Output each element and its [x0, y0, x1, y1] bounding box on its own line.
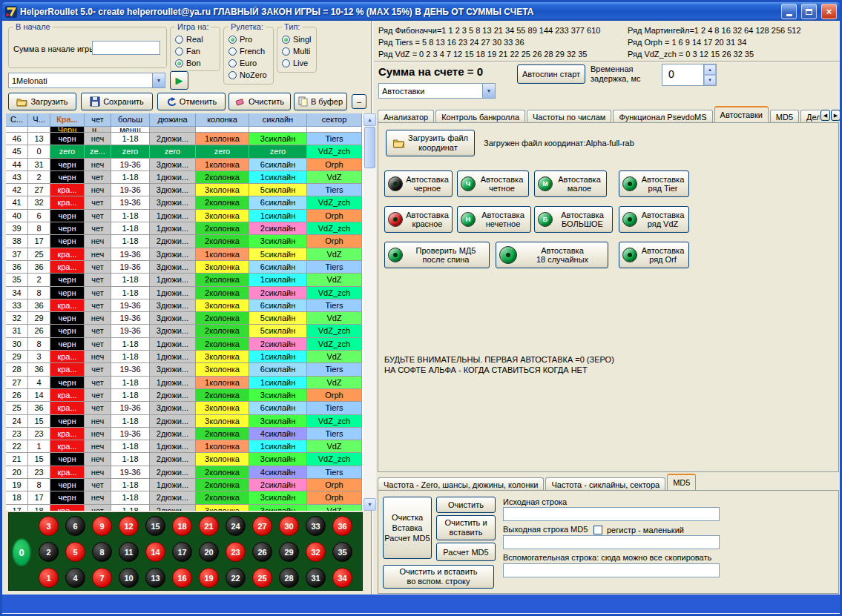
clear-paste-calc-button[interactable]: Очистка Вставка Расчет MD5	[383, 497, 432, 559]
table-row[interactable]: 398чернчет1-181дюжи...2колонка2сиклайнVd…	[6, 222, 364, 235]
table-row[interactable]: 4431черннеч19-363дюжи...1колонка6сиклайн…	[6, 159, 364, 171]
table-scrollbar[interactable]: ▲ ▼	[364, 113, 376, 511]
table-row[interactable]: Чернн...менш	[6, 127, 364, 133]
tab-autobets[interactable]: Автоставки	[714, 106, 769, 122]
table-row[interactable]: 2115черннеч1-182дюжи...3колонка3сиклайнV…	[6, 453, 364, 466]
table-row[interactable]: 2023кра...неч19-362дюжи...2колонка4сикла…	[6, 466, 364, 479]
table-row[interactable]: 3636кра...чет19-363дюжи...3колонка6сикла…	[6, 261, 364, 274]
start-sum-input[interactable]	[92, 41, 160, 55]
radio-french[interactable]: French	[228, 45, 267, 57]
radio-bon[interactable]: Bon	[175, 57, 203, 69]
table-row[interactable]: 221кра...неч1-181дюжи...1колонка1сиклайн…	[6, 440, 364, 453]
tab-md5-bottom[interactable]: MD5	[667, 474, 696, 490]
roulette-number-17[interactable]: 17	[172, 542, 192, 562]
chevron-down-icon[interactable]: ▼	[152, 73, 165, 87]
roulette-number-9[interactable]: 9	[92, 516, 112, 536]
delay-spinner[interactable]: 0 ▲ ▼	[662, 64, 717, 86]
table-row[interactable]: 406чернчет1-181дюжи...3колонка1сиклайнOr…	[6, 210, 364, 222]
tab-division[interactable]: Делени	[800, 110, 820, 122]
roulette-number-4[interactable]: 4	[65, 568, 85, 588]
roulette-number-8[interactable]: 8	[92, 542, 112, 562]
roulette-number-3[interactable]: 3	[39, 516, 59, 536]
table-row[interactable]: 198чернчет1-181дюжи...2колонка2сиклайнOr…	[6, 479, 364, 491]
load-coordinates-button[interactable]: Загрузить файл координат	[386, 130, 475, 156]
table-row[interactable]: 3817черннеч1-182дюжи...2колонка3сиклайнO…	[6, 235, 364, 248]
clear-paste-aux-button[interactable]: Очистить и вставить во вспом. строку	[383, 565, 494, 589]
table-row[interactable]: 352чернчет1-181дюжи...2колонка1сиклайнVd…	[6, 274, 364, 286]
autobet-row-vdz-button[interactable]: Автоставка ряд VdZ	[619, 206, 689, 233]
autospin-start-button[interactable]: Автоспин старт	[517, 64, 585, 84]
radio-euro[interactable]: Euro	[228, 57, 267, 69]
table-row[interactable]: 2614кра...чет1-182дюжи...2колонка3сиклай…	[6, 389, 364, 402]
roulette-number-18[interactable]: 18	[172, 516, 192, 536]
md5-clear-paste-button[interactable]: Очистить и вставить	[436, 515, 496, 540]
roulette-number-19[interactable]: 19	[199, 568, 219, 588]
roulette-number-1[interactable]: 1	[39, 568, 59, 588]
roulette-number-24[interactable]: 24	[226, 516, 246, 536]
minimize-button[interactable]	[781, 4, 797, 19]
roulette-number-12[interactable]: 12	[119, 516, 139, 536]
tab-number-frequencies[interactable]: Частоты по числам	[527, 110, 611, 122]
check-md5-after-spin-button[interactable]: Проверить МД5 после спина	[384, 242, 490, 268]
spin-down-icon[interactable]: ▼	[704, 75, 716, 85]
radio-multi[interactable]: Multi	[282, 45, 311, 57]
table-row[interactable]: 3126чернчет19-363дюжи...2колонка5сиклайн…	[6, 325, 364, 337]
autobet-big-button[interactable]: БАвтоставка БОЛЬШОЕ	[534, 206, 613, 233]
table-row[interactable]: 4613черннеч1-182дюжи...1колонка3сиклайнT…	[6, 133, 364, 145]
aux-string-input[interactable]	[503, 563, 720, 577]
roulette-number-15[interactable]: 15	[145, 516, 165, 536]
tab-md5[interactable]: MD5	[770, 110, 799, 122]
table-row[interactable]: 3725кра...неч19-363дюжи...1колонка5сикла…	[6, 248, 364, 261]
tabs-scroll-right-icon[interactable]: ▶	[831, 110, 841, 121]
autobet-row-tier-button[interactable]: Автоставка ряд Tier	[619, 170, 689, 197]
roulette-number-35[interactable]: 35	[332, 542, 352, 562]
tab-freq-sixlines-sectors[interactable]: Частота - сиклайны, сектора	[545, 477, 665, 490]
table-row[interactable]: 348чернчет1-181дюжи...2колонка2сиклайнVd…	[6, 287, 364, 299]
roulette-number-2[interactable]: 2	[39, 542, 59, 562]
autobet-18-random-button[interactable]: Автоставка 18 случайных	[496, 242, 608, 268]
output-string-input[interactable]	[503, 535, 720, 549]
roulette-number-21[interactable]: 21	[199, 516, 219, 536]
autobets-combo[interactable]: Автоставки ▼	[378, 83, 496, 99]
roulette-number-22[interactable]: 22	[226, 568, 246, 588]
autobet-odd-button[interactable]: НАвтоставка нечетное	[457, 206, 531, 233]
roulette-number-31[interactable]: 31	[306, 568, 326, 588]
roulette-number-36[interactable]: 36	[332, 516, 352, 536]
table-row[interactable]: 2836кра...чет19-363дюжи...3колонка6сикла…	[6, 363, 364, 376]
preset-combo[interactable]: 1Melonati ▼	[8, 73, 165, 88]
table-row[interactable]: 4227кра...неч19-363дюжи...3колонка5сикла…	[6, 184, 364, 196]
roulette-zero[interactable]: 0	[12, 538, 31, 566]
tab-analyzer[interactable]: Анализатор	[378, 110, 434, 122]
radio-fan[interactable]: Fan	[175, 45, 203, 57]
table-row[interactable]: 2536кра...чет19-363дюжи...3колонка6сикла…	[6, 402, 364, 414]
load-button[interactable]: Загрузить	[8, 93, 76, 110]
maximize-button[interactable]	[801, 4, 817, 19]
radio-singl[interactable]: Singl	[282, 33, 311, 45]
play-button[interactable]: ▶	[170, 71, 188, 90]
roulette-number-30[interactable]: 30	[279, 516, 299, 536]
chevron-down-icon[interactable]: ▼	[482, 84, 495, 98]
source-string-input[interactable]	[503, 507, 720, 521]
roulette-number-5[interactable]: 5	[65, 542, 85, 562]
collapse-button[interactable]: –	[352, 94, 366, 109]
roulette-number-20[interactable]: 20	[199, 542, 219, 562]
table-row[interactable]: 3229черннеч19-363дюжи...2колонка5сиклайн…	[6, 312, 364, 325]
table-row[interactable]: 432чернчет1-181дюжи...2колонка1сиклайнVd…	[6, 171, 364, 184]
autobet-even-button[interactable]: ЧАвтоставка четное	[457, 170, 529, 197]
table-row[interactable]: 1718кра...чет1-182дюжи...3колонка3сиклай…	[6, 505, 364, 511]
autobet-black-button[interactable]: Автоставка черное	[384, 170, 453, 197]
roulette-number-28[interactable]: 28	[279, 568, 299, 588]
undo-button[interactable]: Отменить	[157, 93, 226, 110]
lowercase-checkbox[interactable]	[593, 526, 602, 534]
table-row[interactable]: 274чернчет1-181дюжи...1колонка1сиклайнVd…	[6, 377, 364, 389]
tab-bankroll-control[interactable]: Контроль банкролла	[435, 110, 525, 122]
tab-psevdoms[interactable]: Функционал PsevdoMS	[613, 110, 712, 122]
spin-up-icon[interactable]: ▲	[704, 64, 716, 75]
roulette-number-10[interactable]: 10	[119, 568, 139, 588]
scroll-up-icon[interactable]: ▲	[364, 113, 376, 126]
roulette-number-23[interactable]: 23	[226, 542, 246, 562]
save-button[interactable]: Сохранить	[81, 93, 153, 110]
table-row[interactable]: 308чернчет1-181дюжи...2колонка2сиклайнVd…	[6, 338, 364, 351]
table-row[interactable]: 4132кра...чет19-363дюжи...2колонка6сикла…	[6, 196, 364, 209]
radio-real[interactable]: Real	[175, 33, 203, 45]
